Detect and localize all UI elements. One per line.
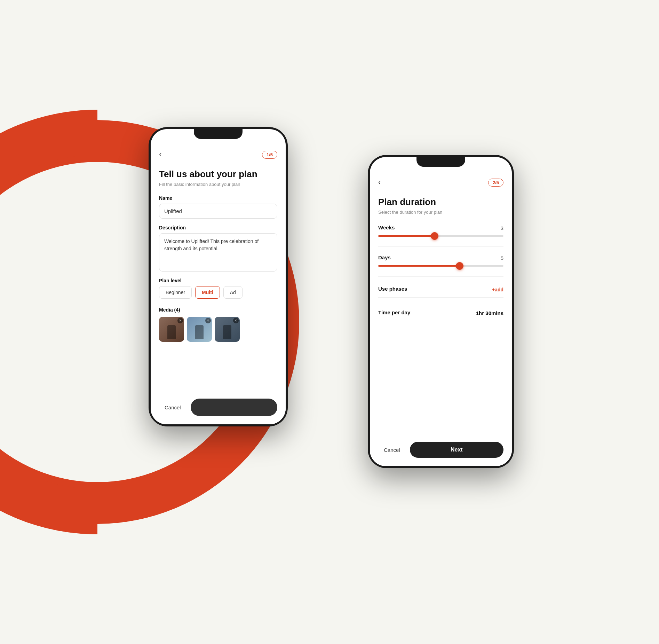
phone-2-topbar: ‹ 2/5 (378, 178, 503, 187)
phone-1-notch (194, 129, 243, 139)
weeks-section: Weeks 3 (378, 225, 503, 237)
close-icon-2[interactable]: ✕ (205, 318, 211, 323)
days-slider[interactable] (378, 265, 503, 267)
time-value: 1hr 30mins (476, 310, 503, 316)
weeks-slider[interactable] (378, 235, 503, 237)
level-beginner[interactable]: Beginner (159, 286, 192, 299)
phone-2-notch (416, 157, 465, 167)
close-icon-1[interactable]: ✕ (177, 318, 183, 323)
phone-2-screen: ‹ 2/5 Plan duration Select the duration … (370, 157, 512, 466)
name-value: Uplifted (164, 208, 182, 214)
back-button-2[interactable]: ‹ (378, 178, 381, 187)
cancel-button-1[interactable]: Cancel (159, 400, 186, 415)
plan-level-label: Plan level (159, 278, 277, 283)
media-thumbnails: ✕ ✕ ✕ (159, 317, 277, 342)
description-value: Welcome to Uplifted! This pre celebratio… (164, 238, 259, 251)
weeks-slider-thumb[interactable] (431, 232, 438, 240)
days-label: Days (378, 254, 391, 260)
phone-1-title: Tell us about your plan (159, 169, 277, 180)
cancel-button-2[interactable]: Cancel (378, 443, 406, 457)
step-badge-2: 2/5 (488, 179, 503, 187)
phone-1-subtitle: Fill the basic information about your pl… (159, 182, 277, 187)
phone-2-subtitle: Select the duration for your plan (378, 210, 503, 215)
name-label: Name (159, 195, 277, 201)
time-row: Time per day 1hr 30mins (378, 305, 503, 321)
weeks-row: Weeks 3 (378, 225, 503, 232)
days-slider-fill (378, 265, 460, 267)
level-multi[interactable]: Multi (195, 286, 220, 299)
next-button-1[interactable] (191, 399, 277, 416)
weeks-label: Weeks (378, 225, 395, 230)
next-button-2[interactable]: Next (410, 442, 503, 458)
phone-1: ‹ 1/5 Tell us about your plan Fill the b… (149, 127, 288, 426)
phases-row: Use phases +add (378, 284, 503, 294)
phone-1-topbar: ‹ 1/5 (159, 150, 277, 159)
close-icon-3[interactable]: ✕ (233, 318, 239, 323)
days-value: 5 (501, 255, 503, 261)
phases-add[interactable]: +add (492, 287, 503, 292)
weeks-slider-fill (378, 235, 435, 237)
divider-2 (378, 276, 503, 277)
back-button-1[interactable]: ‹ (159, 150, 161, 159)
phases-label: Use phases (378, 286, 407, 292)
description-input[interactable]: Welcome to Uplifted! This pre celebratio… (159, 233, 277, 272)
media-thumb-2[interactable]: ✕ (187, 317, 212, 342)
phone-2-title: Plan duration (378, 197, 503, 207)
weeks-value: 3 (501, 225, 503, 231)
media-label: Media (4) (159, 307, 277, 313)
phone-1-inner: ‹ 1/5 Tell us about your plan Fill the b… (151, 129, 286, 424)
days-slider-thumb[interactable] (456, 262, 463, 270)
description-label: Description (159, 225, 277, 230)
divider-3 (378, 297, 503, 298)
days-section: Days 5 (378, 254, 503, 267)
phone-2-bottombar: Cancel Next (370, 437, 512, 466)
level-advanced[interactable]: Ad (223, 286, 243, 299)
time-label: Time per day (378, 309, 410, 315)
phone-2-inner: ‹ 2/5 Plan duration Select the duration … (370, 157, 512, 466)
media-thumb-1[interactable]: ✕ (159, 317, 184, 342)
phone-1-bottombar: Cancel (151, 394, 286, 424)
phone-1-screen: ‹ 1/5 Tell us about your plan Fill the b… (151, 129, 286, 424)
phone-2: ‹ 2/5 Plan duration Select the duration … (368, 155, 514, 468)
step-badge-1: 1/5 (262, 151, 277, 159)
media-thumb-3[interactable]: ✕ (215, 317, 240, 342)
days-row: Days 5 (378, 254, 503, 262)
plan-level-options: Beginner Multi Ad (159, 286, 277, 299)
name-input[interactable]: Uplifted (159, 204, 277, 219)
phones-container: ‹ 1/5 Tell us about your plan Fill the b… (138, 113, 521, 531)
divider-1 (378, 246, 503, 247)
